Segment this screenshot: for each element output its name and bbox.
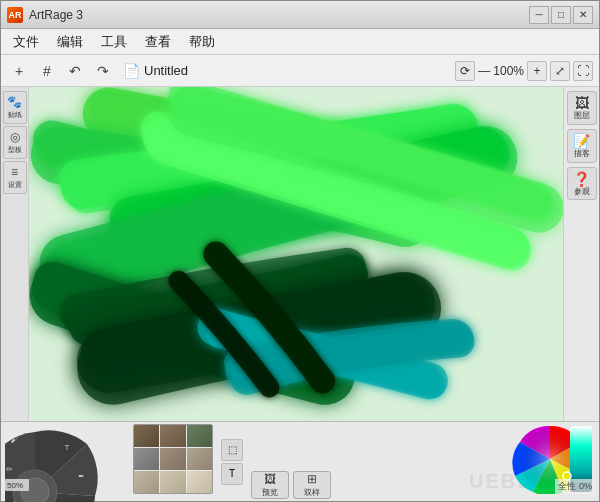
paint-canvas[interactable] — [29, 87, 563, 421]
template-button[interactable]: ◎ 型板 — [3, 126, 27, 159]
svg-text:50%: 50% — [7, 481, 23, 490]
small-tools: ⬚ T — [221, 424, 243, 499]
layers-icon: 🖼 — [575, 95, 589, 111]
app-window: AR ArtRage 3 ─ □ ✕ 文件 编辑 工具 查看 帮助 + # ↶ … — [0, 0, 600, 502]
preview-label: 预览 — [262, 487, 278, 498]
sticker-button[interactable]: 🐾 贴纸 — [3, 91, 27, 124]
tool-grid-cell-5[interactable] — [160, 448, 185, 470]
settings-button[interactable]: ≡ 设置 — [3, 161, 27, 194]
minimize-button[interactable]: ─ — [529, 6, 549, 24]
zoom-percent: 100% — [493, 64, 524, 78]
tool-grid-cell-2[interactable] — [160, 425, 185, 447]
redo-button[interactable]: ↷ — [91, 59, 115, 83]
close-button[interactable]: ✕ — [573, 6, 593, 24]
tool-grid-cell-9[interactable] — [187, 471, 212, 493]
tool-grid-cell-4[interactable] — [134, 448, 159, 470]
menu-file[interactable]: 文件 — [5, 31, 47, 53]
svg-text:✏: ✏ — [6, 465, 13, 474]
select-tool-button[interactable]: ⬚ — [221, 439, 243, 461]
bottom-bar: T ✒ 🖌 ✏ 50% ⬚ T — [1, 421, 599, 501]
sticker-icon: 🐾 — [7, 95, 22, 109]
color-area: 全性 0% — [505, 424, 595, 499]
document-title: Untitled — [144, 63, 188, 78]
tool-grid-cell-6[interactable] — [187, 448, 212, 470]
zoom-fit-button[interactable]: ⤢ — [550, 61, 570, 81]
svg-text:✒: ✒ — [78, 472, 85, 481]
maximize-button[interactable]: □ — [551, 6, 571, 24]
grid-tool-button[interactable]: # — [35, 59, 59, 83]
tool-grid-cell-3[interactable] — [187, 425, 212, 447]
document-icon: 📄 — [123, 63, 140, 79]
move-tool-button[interactable]: T — [221, 463, 243, 485]
zoom-label: — — [478, 64, 490, 78]
reference-icon: ❓ — [573, 171, 590, 187]
main-area: 🐾 贴纸 ◎ 型板 ≡ 设置 🖼 图层 📝 描客 — [1, 87, 599, 421]
tool-grid-cell-7[interactable] — [134, 471, 159, 493]
radial-menu-svg: T ✒ 🖌 ✏ 50% — [5, 424, 115, 502]
menu-tools[interactable]: 工具 — [93, 31, 135, 53]
document-title-area: 📄 Untitled — [123, 63, 188, 79]
window-controls: ─ □ ✕ — [529, 6, 593, 24]
reference-button[interactable]: ❓ 参观 — [567, 167, 597, 201]
tool-grid-cell-8[interactable] — [160, 471, 185, 493]
template-label: 型板 — [8, 145, 22, 155]
dual-label: 双样 — [304, 487, 320, 498]
zoom-plus-button[interactable]: + — [527, 61, 547, 81]
add-tool-button[interactable]: + — [7, 59, 31, 83]
trace-label: 描客 — [574, 150, 590, 159]
reference-label: 参观 — [574, 188, 590, 197]
zoom-area: ⟳ — 100% + ⤢ ⛶ — [455, 61, 593, 81]
svg-text:🖌: 🖌 — [11, 435, 19, 444]
tool-grid — [133, 424, 213, 494]
tool-grid-cell-1[interactable] — [134, 425, 159, 447]
menu-edit[interactable]: 编辑 — [49, 31, 91, 53]
zoom-fullscreen-button[interactable]: ⛶ — [573, 61, 593, 81]
sticker-label: 贴纸 — [8, 110, 22, 120]
saturation-label: 全性 0% — [555, 479, 595, 494]
dual-icon: ⊞ — [307, 472, 317, 486]
template-icon: ◎ — [10, 130, 20, 144]
trace-icon: 📝 — [573, 133, 590, 149]
dual-sample-button[interactable]: ⊞ 双样 — [293, 471, 331, 499]
canvas-wrapper — [29, 87, 563, 421]
window-title: ArtRage 3 — [29, 8, 529, 22]
settings-icon: ≡ — [11, 165, 18, 179]
zoom-rotate-button[interactable]: ⟳ — [455, 61, 475, 81]
layers-label: 图层 — [574, 112, 590, 121]
menu-help[interactable]: 帮助 — [181, 31, 223, 53]
undo-button[interactable]: ↶ — [63, 59, 87, 83]
svg-text:T: T — [65, 443, 70, 452]
preview-icon: 🖼 — [264, 472, 276, 486]
title-bar: AR ArtRage 3 ─ □ ✕ — [1, 1, 599, 29]
color-wheel-container[interactable]: 全性 0% — [505, 424, 595, 494]
trace-button[interactable]: 📝 描客 — [567, 129, 597, 163]
layers-button[interactable]: 🖼 图层 — [567, 91, 597, 125]
bottom-action-buttons: 🖼 预览 ⊞ 双样 — [251, 424, 331, 499]
preview-button[interactable]: 🖼 预览 — [251, 471, 289, 499]
menu-view[interactable]: 查看 — [137, 31, 179, 53]
menu-bar: 文件 编辑 工具 查看 帮助 — [1, 29, 599, 55]
tool-picker[interactable]: T ✒ 🖌 ✏ 50% — [5, 424, 125, 500]
settings-label: 设置 — [8, 180, 22, 190]
left-panel: 🐾 贴纸 ◎ 型板 ≡ 设置 — [1, 87, 29, 421]
toolbar: + # ↶ ↷ 📄 Untitled ⟳ — 100% + ⤢ ⛶ — [1, 55, 599, 87]
right-panel: 🖼 图层 📝 描客 ❓ 参观 — [563, 87, 599, 421]
app-icon: AR — [7, 7, 23, 23]
